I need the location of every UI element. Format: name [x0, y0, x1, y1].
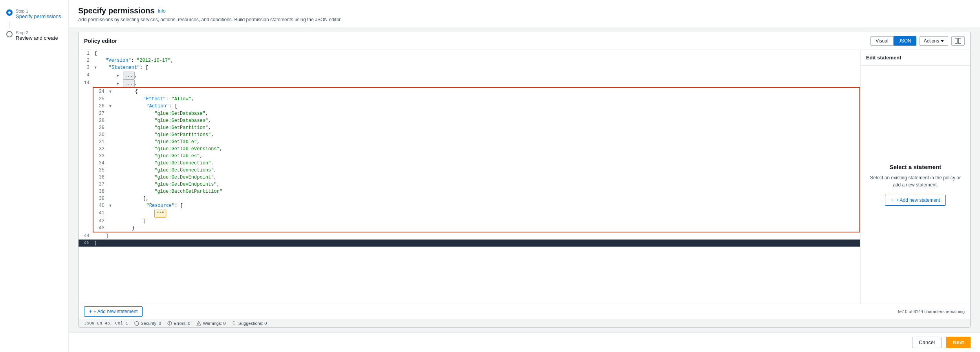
step-2-text: Step 2 Review and create [16, 30, 58, 41]
code-line-35: 35 "glue:GetConnections", [93, 167, 859, 174]
actions-chevron-icon [941, 40, 944, 42]
errors-icon [167, 321, 172, 326]
page-header: Specify permissions Info Add permissions… [69, 0, 980, 27]
status-bar: JSON Ln 45, Col 1 Security: 0 Errors: 0 … [79, 319, 970, 327]
code-line-44: 44 ] [79, 232, 860, 240]
svg-point-4 [169, 324, 170, 325]
page-subtitle: Add permissions by selecting services, a… [78, 17, 971, 22]
code-line-31: 31 "glue:GetTable", [93, 138, 859, 146]
next-btn[interactable]: Next [946, 337, 971, 348]
resource-star[interactable]: "*" [154, 210, 166, 217]
suggestions-status: Suggestions: 0 [232, 321, 267, 326]
right-panel-body: Select a statement Select an existing st… [861, 66, 970, 304]
warnings-status: Warnings: 0 [196, 321, 225, 326]
code-line-34: 34 "glue:GetConnection", [93, 160, 859, 167]
cancel-btn[interactable]: Cancel [912, 337, 941, 348]
code-line-45: 45 } [79, 240, 860, 247]
svg-point-7 [234, 324, 235, 324]
step-1-item: Step 1 Specify permissions [0, 6, 68, 22]
select-statement-text: Select an existing statement in the poli… [868, 174, 962, 188]
code-line-14: 14 ▶ ..., [79, 79, 860, 87]
code-line-37: 37 "glue:GetDevEndpoints", [93, 181, 859, 188]
folded-block-14[interactable]: ... [123, 79, 135, 87]
editor-body: 1 { 2 "Version": "2012-10-17", 3 ▼ "Stat… [79, 50, 970, 304]
step-1-circle [6, 9, 13, 16]
code-area[interactable]: 1 { 2 "Version": "2012-10-17", 3 ▼ "Stat… [79, 50, 860, 304]
step-2-circle [6, 31, 13, 37]
suggestions-icon [232, 321, 237, 326]
add-statement-footer-btn[interactable]: + + Add new statement [84, 306, 143, 317]
code-line-39: 39 ], [93, 195, 859, 202]
add-statement-footer-label: + Add new statement [93, 309, 137, 314]
step-2-item: Step 2 Review and create [0, 28, 68, 43]
step-1-dot [8, 11, 11, 14]
code-line-26: 26 ▼ "Action": [ [93, 103, 859, 110]
code-line-1: 1 { [79, 50, 860, 57]
visual-toggle-btn[interactable]: Visual [870, 36, 893, 46]
code-line-30: 30 "glue:GetPartitions", [93, 131, 859, 138]
editor-container: Policy editor Visual JSON Actions [69, 27, 980, 332]
add-icon: + [891, 197, 894, 203]
security-status: Security: 0 [134, 321, 161, 326]
warnings-icon [196, 321, 201, 326]
code-line-36: 36 "glue:GetDevEndpoint", [93, 174, 859, 181]
editor-position: JSON Ln 45, Col 1 [84, 321, 128, 326]
bottom-bar: Cancel Next [69, 332, 980, 352]
editor-controls: Visual JSON Actions [870, 36, 965, 46]
step-1-title[interactable]: Specify permissions [16, 13, 61, 19]
step-connector [9, 22, 10, 28]
code-line-3: 3 ▼ "Statement": [ [79, 64, 860, 72]
code-line-27: 27 "glue:GetDatabase", [93, 110, 859, 117]
json-toggle-btn[interactable]: JSON [894, 36, 916, 46]
svg-rect-0 [955, 38, 957, 44]
code-line-40: 40 ▼ "Resource": [ [93, 202, 859, 210]
columns-icon-btn[interactable] [951, 36, 965, 46]
code-line-2: 2 "Version": "2012-10-17", [79, 57, 860, 64]
code-line-28: 28 "glue:GetDatabases", [93, 117, 859, 124]
errors-status: Errors: 0 [167, 321, 190, 326]
main-content: Specify permissions Info Add permissions… [69, 0, 980, 352]
folded-block-4[interactable]: ... [123, 72, 135, 79]
editor-header: Policy editor Visual JSON Actions [79, 32, 970, 50]
code-line-43: 43 } [93, 225, 859, 232]
svg-point-6 [199, 324, 199, 325]
right-panel: Edit statement Select a statement Select… [860, 50, 970, 304]
right-panel-header: Edit statement [861, 50, 970, 66]
step-1-label: Step 1 [16, 9, 61, 13]
code-line-33: 33 "glue:GetTables", [93, 153, 859, 160]
red-border-block: 24 ▼ { 25 "Effect": "Allow", 26 ▼ [93, 87, 860, 232]
code-line-4: 4 ▶ ..., [79, 72, 860, 79]
step-1-text: Step 1 Specify permissions [16, 9, 61, 19]
code-line-24: 24 ▼ { [93, 88, 859, 96]
step-2-dot [8, 33, 11, 35]
code-line-38: 38 "glue:BatchGetPartition" [93, 188, 859, 195]
security-icon [134, 321, 139, 326]
red-block-wrapper: 24 ▼ { 25 "Effect": "Allow", 26 ▼ [79, 87, 860, 232]
policy-editor-panel: Policy editor Visual JSON Actions [78, 32, 971, 328]
step-2-title: Review and create [16, 35, 58, 41]
actions-btn[interactable]: Actions [920, 36, 948, 46]
page-title: Specify permissions [78, 6, 155, 15]
chars-remaining: 5610 of 6144 characters remaining [898, 309, 965, 314]
code-line-32: 32 "glue:GetTableVersions", [93, 146, 859, 153]
editor-title: Policy editor [84, 38, 117, 44]
code-line-29: 29 "glue:GetPartition", [93, 124, 859, 131]
info-link[interactable]: Info [158, 8, 166, 14]
code-line-41: 41 "*" [93, 210, 859, 217]
columns-icon [955, 38, 961, 44]
page-title-row: Specify permissions Info [78, 6, 971, 15]
select-statement-title: Select a statement [890, 164, 942, 170]
svg-rect-1 [958, 38, 961, 44]
code-line-25: 25 "Effect": "Allow", [93, 96, 859, 103]
toggle-group: Visual JSON [870, 36, 916, 46]
sidebar: Step 1 Specify permissions Step 2 Review… [0, 0, 69, 352]
step-2-label: Step 2 [16, 30, 58, 35]
code-line-42: 42 ] [93, 217, 859, 225]
add-statement-label: + Add new statement [896, 197, 940, 203]
editor-footer-row: + + Add new statement 5610 of 6144 chara… [79, 304, 970, 319]
add-new-statement-btn[interactable]: + + Add new statement [885, 195, 946, 206]
actions-btn-label: Actions [924, 38, 939, 44]
add-footer-icon: + [89, 309, 92, 314]
